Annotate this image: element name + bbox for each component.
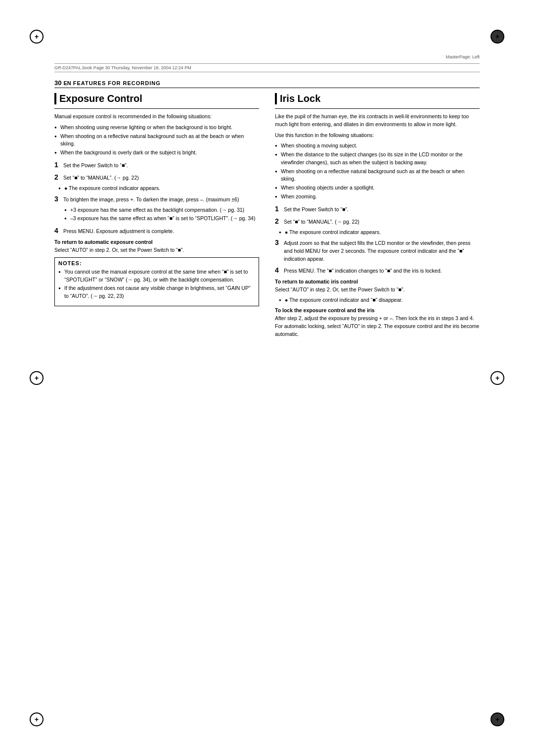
notes-list: You cannot use the manual exposure contr… <box>58 268 255 300</box>
reg-mark-br <box>490 712 504 726</box>
reg-mark-tl <box>30 30 44 44</box>
iris-lock-section: Iris Lock Like the pupil of the human ey… <box>275 93 480 341</box>
note-1: You cannot use the manual exposure contr… <box>58 268 255 284</box>
section-number: 30 <box>54 79 61 87</box>
step-num-3: 3 <box>54 194 61 204</box>
exposure-step-3: 3 To brighten the image, press +. To dar… <box>54 194 259 204</box>
return-auto-text: Select “AUTO” in step 2. Or, set the Pow… <box>54 246 259 254</box>
iris-bullet-3: When shooting on a reflective natural ba… <box>275 168 480 184</box>
iris-step-text-2: Set “■” to “MANUAL”. (→ pg. 22) <box>284 218 480 226</box>
step-num-4: 4 <box>54 226 61 236</box>
iris-bullet-1: When shooting a moving subject. <box>275 142 480 150</box>
iris-bullet-4: When shooting objects under a spotlight. <box>275 184 480 192</box>
exposure-step-4: 4 Press MENU. Exposure adjustment is com… <box>54 226 259 236</box>
step3-bullet-1: +3 exposure has the same effect as the b… <box>64 206 259 214</box>
lock-heading: To lock the exposure control and the iri… <box>275 307 480 313</box>
reg-mark-mr <box>490 371 504 385</box>
exposure-control-section: Exposure Control Manual exposure control… <box>54 93 259 341</box>
masterpage-label: MasterPage: Left <box>445 54 480 59</box>
lock-text: After step 2, adjust the exposure by pre… <box>275 315 480 338</box>
step-text-1: Set the Power Switch to “■”. <box>63 162 259 170</box>
iris-step-num-3: 3 <box>275 237 282 248</box>
step-text-4: Press MENU. Exposure adjustment is compl… <box>63 228 259 236</box>
iris-step-1: 1 Set the Power Switch to “■”. <box>275 204 480 214</box>
exposure-bullets: When shooting using reverse lighting or … <box>54 124 259 157</box>
iris-lock-title: Iris Lock <box>275 93 480 104</box>
iris-step-4: 4 Press MENU. The “■” indication changes… <box>275 265 480 276</box>
iris-bullets: When shooting a moving subject. When the… <box>275 142 480 200</box>
filepath-label: GR-D247PAL.book Page 30 Thursday, Novemb… <box>54 63 480 72</box>
notes-box: NOTES: You cannot use the manual exposur… <box>54 257 259 306</box>
step3-bullet-2: –3 exposure has the same effect as when … <box>64 215 259 223</box>
iris-divider <box>275 108 480 109</box>
iris-step-text-3: Adjust zoom so that the subject fills th… <box>284 239 480 263</box>
page: MasterPage: Left GR-D247PAL.book Page 30… <box>0 0 534 756</box>
exposure-intro: Manual exposure control is recommended i… <box>54 113 259 121</box>
iris-bullet-5: When zooming. <box>275 193 480 201</box>
exposure-step-1: 1 Set the Power Switch to “■”. <box>54 160 259 170</box>
return-auto-iris-text: Select “AUTO” in step 2. Or, set the Pow… <box>275 286 480 294</box>
iris-step-2: 2 Set “■” to “MANUAL”. (→ pg. 22) <box>275 216 480 227</box>
exposure-step-2: 2 Set “■” to “MANUAL”. (→ pg. 22) <box>54 172 259 183</box>
exposure-bullet-2: When shooting on a reflective natural ba… <box>54 133 259 148</box>
exposure-bullet-1: When shooting using reverse lighting or … <box>54 124 259 132</box>
iris-bullet-2: When the distance to the subject changes… <box>275 151 480 167</box>
exposure-control-title: Exposure Control <box>54 93 259 104</box>
iris-step-num-4: 4 <box>275 265 282 276</box>
iris-step-text-1: Set the Power Switch to “■”. <box>284 206 480 214</box>
exposure-divider <box>54 108 259 109</box>
iris-step-num-2: 2 <box>275 216 282 227</box>
iris-intro: Like the pupil of the human eye, the iri… <box>275 113 480 129</box>
iris-step2-note: ● The exposure control indicator appears… <box>275 229 480 236</box>
step-text-3: To brighten the image, press +. To darke… <box>63 196 259 204</box>
two-col-layout: Exposure Control Manual exposure control… <box>54 93 480 341</box>
section-label: FEATURES FOR RECORDING <box>73 80 161 86</box>
reg-mark-bl <box>30 712 44 726</box>
iris-step-text-4: Press MENU. The “■” indication changes t… <box>284 267 480 275</box>
iris-step-3: 3 Adjust zoom so that the subject fills … <box>275 237 480 263</box>
section-lang: EN <box>63 80 71 86</box>
reg-mark-tr <box>490 30 504 44</box>
iris-use-text: Use this function in the following situa… <box>275 132 480 140</box>
step3-bullets: +3 exposure has the same effect as the b… <box>54 206 259 223</box>
return-auto-iris-heading: To return to automatic iris control <box>275 279 480 284</box>
section-header: 30 EN FEATURES FOR RECORDING <box>54 79 480 88</box>
exposure-step2-note: ● The exposure control indicator appears… <box>54 185 259 192</box>
step-num-1: 1 <box>54 160 61 170</box>
notes-title: NOTES: <box>58 260 255 266</box>
reg-mark-ml <box>30 371 44 385</box>
iris-step-num-1: 1 <box>275 204 282 214</box>
note-2: If the adjustment does not cause any vis… <box>58 284 255 300</box>
return-auto-heading: To return to automatic exposure control <box>54 239 259 245</box>
step-num-2: 2 <box>54 172 61 183</box>
step-text-2: Set “■” to “MANUAL”. (→ pg. 22) <box>63 174 259 182</box>
return-iris-note: ● The exposure control indicator and “■”… <box>275 296 480 304</box>
exposure-bullet-3: When the background is overly dark or th… <box>54 149 259 157</box>
content-area: 30 EN FEATURES FOR RECORDING Exposure Co… <box>54 79 480 341</box>
